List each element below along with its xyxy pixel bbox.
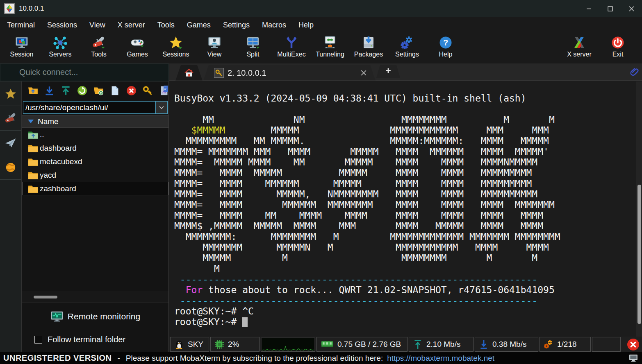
file-row-zashboard[interactable]: zashboard <box>22 182 168 195</box>
x-server-button[interactable]: X server <box>560 34 599 63</box>
tab-close-button[interactable] <box>361 70 367 76</box>
toolbar-left-group: SessionServersToolsGamesSessionsViewSpli… <box>2 34 465 63</box>
close-button[interactable] <box>621 0 642 17</box>
menu-item-games[interactable]: Games <box>181 17 217 33</box>
terminal-output[interactable]: BusyBox v1.33.2 (2024-05-09 04:38:41 UTC… <box>169 81 642 337</box>
new-folder-icon <box>93 86 104 96</box>
view-button[interactable]: View <box>195 34 234 63</box>
remote-monitoring-label: Remote monitoring <box>68 312 140 321</box>
status-cell-gears[interactable]: 1/218 <box>540 337 591 352</box>
window-title: 10.0.0.1 <box>19 5 44 13</box>
rail-star-rail-button[interactable] <box>0 81 21 106</box>
minimize-button[interactable] <box>578 0 599 17</box>
status-text: 0.75 GB / 2.76 GB <box>337 340 401 349</box>
menu-item-help[interactable]: Help <box>292 17 320 33</box>
status-cell-up-speed[interactable]: 2.10 Mb/s <box>409 337 474 352</box>
status-cell-tux[interactable]: SKY <box>170 337 209 352</box>
path-bar <box>23 101 168 114</box>
terminal-line: ----------------------------------------… <box>174 295 642 306</box>
exit-button[interactable]: Exit <box>599 34 637 63</box>
terminal-line: MMMM= MMMM MM MMMM MMMM MMMM MMMM MMMM M… <box>174 210 642 221</box>
refresh-button[interactable] <box>77 86 87 97</box>
menu-item-terminal[interactable]: Terminal <box>1 17 41 33</box>
split-button[interactable]: Split <box>234 34 272 63</box>
terminal-line: root@SKY:~# ^C <box>174 306 642 317</box>
multiexec-button[interactable]: MultiExec <box>272 34 311 63</box>
file-row-[interactable]: .. <box>22 128 168 141</box>
status-cell-graph[interactable] <box>261 337 315 352</box>
knife-icon <box>4 112 17 125</box>
tab-home[interactable] <box>175 65 203 81</box>
tux-icon <box>175 339 184 349</box>
servers-icon <box>53 35 68 50</box>
menu-item-view[interactable]: View <box>83 17 112 33</box>
path-input[interactable] <box>23 101 155 114</box>
rail-knife-button[interactable] <box>0 106 21 131</box>
file-name: zashboard <box>40 184 76 193</box>
follow-checkbox[interactable] <box>34 336 42 344</box>
file-name: dashboard <box>40 144 77 153</box>
download-button[interactable] <box>44 86 55 97</box>
title-bar[interactable]: 10.0.0.1 <box>0 0 642 17</box>
sessions-button[interactable]: Sessions <box>157 34 195 63</box>
menu-item-macros[interactable]: Macros <box>256 17 292 33</box>
settings-button[interactable]: Settings <box>388 34 426 63</box>
servers-button[interactable]: Servers <box>41 34 80 63</box>
status-close-button[interactable] <box>627 338 640 351</box>
menu-item-tools[interactable]: Tools <box>151 17 181 33</box>
new-tab-button[interactable]: + <box>376 65 400 78</box>
new-file-button[interactable] <box>110 86 120 97</box>
path-dropdown-button[interactable] <box>155 101 168 114</box>
folder-icon <box>28 184 39 193</box>
multiexec-icon <box>284 35 299 50</box>
star-icon <box>168 35 183 50</box>
help-button[interactable]: ?Help <box>426 34 465 63</box>
file-row-yacd[interactable]: yacd <box>22 168 168 182</box>
globe-icon <box>4 161 17 174</box>
packages-button[interactable]: Packages <box>349 34 388 63</box>
status-cell-empty[interactable] <box>592 337 621 352</box>
upload-button[interactable] <box>61 86 71 97</box>
menu-item-sessions[interactable]: Sessions <box>41 17 83 33</box>
new-folder-button[interactable] <box>93 86 104 97</box>
remote-monitoring-button[interactable]: Remote monitoring <box>22 306 168 327</box>
menu-bar: TerminalSessionsViewX serverToolsGamesSe… <box>0 17 642 33</box>
tab-active-session[interactable]: 2. 10.0.0.1 <box>203 65 376 81</box>
maximize-button[interactable] <box>599 0 621 17</box>
games-button[interactable]: Games <box>118 34 157 63</box>
status-cell-cpu[interactable]: 2% <box>210 337 260 352</box>
status-text: 0.38 Mb/s <box>492 340 526 349</box>
toolbar-label: Split <box>246 51 259 58</box>
file-name: yacd <box>40 171 56 180</box>
status-cell-down-speed[interactable]: 0.38 Mb/s <box>475 337 538 352</box>
scrollbar-thumb[interactable] <box>637 185 641 324</box>
toolbar-label: Games <box>127 51 148 58</box>
cpu-icon <box>215 339 224 349</box>
file-list-header[interactable]: Name <box>22 115 168 128</box>
status-cell-ram[interactable]: 0.75 GB / 2.76 GB <box>316 337 408 352</box>
quick-connect-input[interactable] <box>0 63 169 81</box>
footer-link[interactable]: https://mobaxterm.mobatek.net <box>387 354 494 363</box>
terminal-line <box>174 104 642 114</box>
file-row-metacubexd[interactable]: metacubexd <box>22 155 168 168</box>
rail-globe-button[interactable] <box>0 155 21 180</box>
down-speed-icon <box>479 339 488 349</box>
toolbar-label: X server <box>567 51 592 58</box>
exit-icon <box>610 35 625 50</box>
paper-plane-icon <box>4 136 17 149</box>
splitter-handle[interactable] <box>22 291 168 303</box>
terminal-line: MMMM$ ,MMMMM MMMMM MMMM MMM MMMM MMMMM M… <box>174 221 642 231</box>
terminal-scrollbar[interactable] <box>636 81 642 337</box>
delete-button[interactable] <box>126 86 137 97</box>
menu-item-x-server[interactable]: X server <box>112 17 151 33</box>
file-row-dashboard[interactable]: dashboard <box>22 141 168 155</box>
session-button[interactable]: Session <box>2 34 41 63</box>
rail-paper-plane-button[interactable] <box>0 131 21 155</box>
tunneling-button[interactable]: Tunneling <box>311 34 349 63</box>
attachments-icon[interactable] <box>630 67 640 77</box>
key-button[interactable] <box>143 86 153 97</box>
file-toolbar: A <box>22 81 168 101</box>
folder-up-button[interactable] <box>28 86 38 97</box>
menu-item-settings[interactable]: Settings <box>217 17 256 33</box>
tools-button[interactable]: Tools <box>80 34 118 63</box>
